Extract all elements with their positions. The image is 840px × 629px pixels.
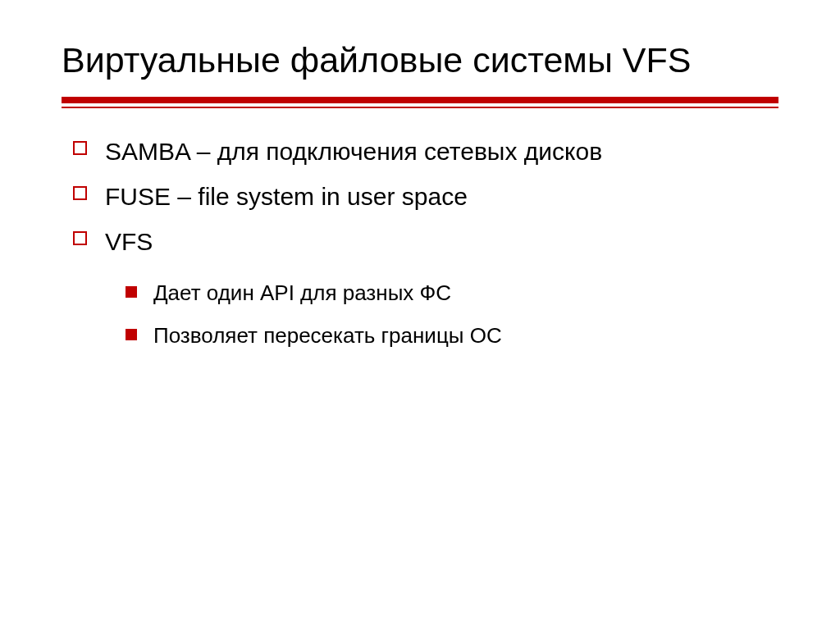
- sub-list-item-text: Дает один API для разных ФС: [153, 278, 451, 308]
- list-item-text: SAMBA – для подключения сетевых дисков: [105, 133, 602, 170]
- square-filled-icon: [126, 286, 137, 298]
- list-item-text: VFS: [105, 223, 153, 260]
- divider-thin: [62, 107, 778, 108]
- list-item-text: FUSE – file system in user space: [105, 178, 468, 215]
- bullet-list: SAMBA – для подключения сетевых дисков F…: [62, 133, 778, 260]
- sub-list-item: Позволяет пересекать границы ОС: [62, 321, 778, 350]
- slide-title: Виртуальные файловые системы VFS: [62, 39, 778, 82]
- square-outline-icon: [73, 141, 87, 155]
- square-outline-icon: [73, 231, 87, 245]
- square-outline-icon: [73, 186, 87, 200]
- divider-thick: [62, 97, 778, 103]
- list-item: VFS: [62, 223, 778, 260]
- square-filled-icon: [126, 329, 137, 340]
- list-item: SAMBA – для подключения сетевых дисков: [62, 133, 778, 170]
- sub-bullet-list: Дает один API для разных ФС Позволяет пе…: [62, 278, 778, 351]
- sub-list-item-text: Позволяет пересекать границы ОС: [153, 321, 502, 350]
- sub-list-item: Дает один API для разных ФС: [62, 278, 778, 308]
- list-item: FUSE – file system in user space: [62, 178, 778, 215]
- title-divider: [62, 97, 778, 110]
